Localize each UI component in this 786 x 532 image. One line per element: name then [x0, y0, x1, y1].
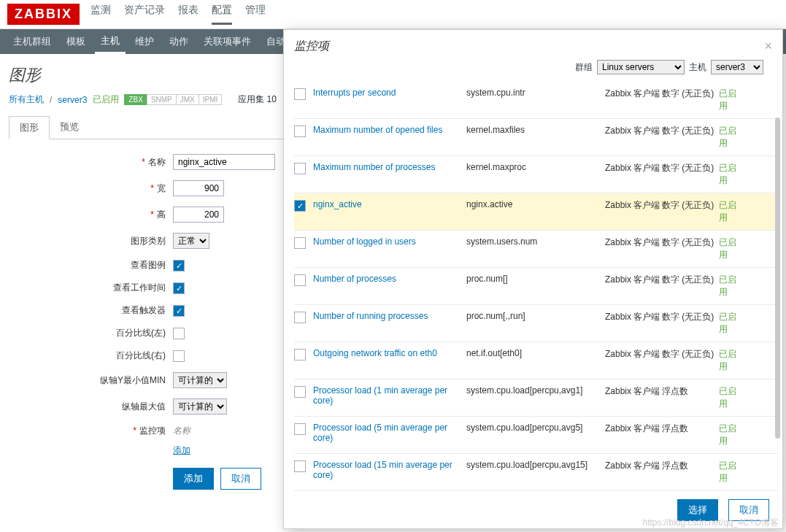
- name-input[interactable]: [173, 154, 275, 170]
- table-row[interactable]: Number of logged in userssystem.users.nu…: [294, 231, 778, 268]
- item-name[interactable]: nginx_active: [313, 199, 466, 209]
- row-checkbox[interactable]: [294, 126, 306, 137]
- row-checkbox[interactable]: [294, 312, 306, 323]
- item-status[interactable]: 已启用: [719, 423, 744, 447]
- table-row[interactable]: Number of processesproc.num[]Zabbix 客户端数…: [294, 268, 778, 305]
- height-input[interactable]: [173, 207, 224, 223]
- interface-tag: SNMP: [147, 94, 177, 105]
- breadcrumb-all-hosts[interactable]: 所有主机: [9, 93, 44, 106]
- table-row[interactable]: Processor load (1 min average per core)s…: [294, 379, 778, 417]
- item-type: Zabbix 客户端: [605, 348, 662, 361]
- topnav-item[interactable]: 配置: [212, 4, 232, 25]
- item-status[interactable]: 已启用: [719, 162, 744, 187]
- item-name[interactable]: Outgoing network traffic on eth0: [313, 348, 466, 358]
- modal-select-button[interactable]: 选择: [677, 499, 718, 521]
- modal-cancel-button[interactable]: 取消: [728, 499, 769, 521]
- row-checkbox[interactable]: ✓: [294, 200, 306, 212]
- group-filter-select[interactable]: Linux servers: [597, 60, 685, 74]
- breadcrumb-enabled: 已启用: [93, 93, 119, 106]
- row-checkbox[interactable]: [294, 237, 306, 249]
- row-checkbox[interactable]: [294, 423, 306, 435]
- ymin-select[interactable]: 可计算的: [173, 372, 227, 388]
- item-name[interactable]: Interrupts per second: [313, 88, 466, 98]
- item-value-type: 数字 (无正负): [662, 125, 719, 137]
- form-add-button[interactable]: 添加: [173, 468, 214, 490]
- item-name[interactable]: Processor load (5 min average per core): [313, 423, 466, 443]
- row-checkbox[interactable]: [294, 163, 306, 174]
- item-status[interactable]: 已启用: [719, 385, 744, 410]
- item-name[interactable]: Number of processes: [313, 274, 466, 284]
- item-status[interactable]: 已启用: [719, 274, 744, 298]
- item-status[interactable]: 已启用: [719, 88, 744, 112]
- modal-title: 监控项: [294, 39, 329, 54]
- host-filter-select[interactable]: server3: [711, 60, 763, 74]
- item-value-type: 浮点数: [662, 423, 719, 435]
- item-status[interactable]: 已启用: [719, 199, 744, 224]
- table-row[interactable]: Processor load (15 min average per core)…: [294, 454, 778, 491]
- table-row[interactable]: Outgoing network traffic on eth0net.if.o…: [294, 342, 778, 379]
- scrollbar-thumb[interactable]: [775, 117, 780, 439]
- row-checkbox[interactable]: [294, 460, 306, 472]
- topnav-item[interactable]: 监测: [90, 4, 111, 25]
- item-value-type: 浮点数: [662, 385, 719, 398]
- item-status[interactable]: 已启用: [719, 311, 744, 336]
- item-type: Zabbix 客户端: [605, 162, 662, 174]
- top-bar: ZABBIX 监测资产记录报表配置管理: [0, 0, 786, 29]
- pct-right-checkbox[interactable]: [173, 350, 185, 362]
- subnav-item[interactable]: 维护: [129, 29, 160, 54]
- subnav-item[interactable]: 主机群组: [7, 29, 57, 54]
- table-row[interactable]: Maximum number of opened fileskernel.max…: [294, 119, 778, 156]
- subnav-item[interactable]: 动作: [163, 29, 194, 54]
- tab-item[interactable]: 预览: [50, 116, 89, 139]
- top-nav: 监测资产记录报表配置管理: [90, 4, 266, 25]
- table-row[interactable]: Interrupts per secondsystem.cpu.intrZabb…: [294, 82, 778, 119]
- item-name[interactable]: Processor load (1 min average per core): [313, 385, 466, 406]
- pct-left-checkbox[interactable]: [173, 328, 185, 339]
- row-checkbox[interactable]: [294, 274, 306, 286]
- table-row[interactable]: Processor load (5 min average per core)s…: [294, 417, 778, 454]
- logo[interactable]: ZABBIX: [7, 4, 80, 25]
- item-name[interactable]: Maximum number of opened files: [313, 125, 466, 135]
- table-row[interactable]: Number of running processesproc.num[,,ru…: [294, 305, 778, 342]
- item-name[interactable]: Maximum number of processes: [313, 162, 466, 172]
- worktime-checkbox[interactable]: ✓: [173, 282, 185, 294]
- item-value-type: 数字 (无正负): [662, 162, 719, 174]
- worktime-label: 查看工作时间: [9, 282, 173, 294]
- width-input[interactable]: [173, 180, 224, 196]
- subnav-item[interactable]: 主机: [95, 29, 126, 54]
- row-checkbox[interactable]: [294, 88, 306, 100]
- name-label: 名称: [148, 157, 166, 167]
- items-add-link[interactable]: 添加: [173, 444, 190, 457]
- item-status[interactable]: 已启用: [719, 125, 744, 150]
- tab-item[interactable]: 图形: [9, 116, 50, 139]
- topnav-item[interactable]: 管理: [245, 4, 266, 25]
- item-value-type: 数字 (无正负): [662, 236, 719, 249]
- topnav-item[interactable]: 资产记录: [124, 4, 165, 25]
- form-cancel-button[interactable]: 取消: [220, 468, 261, 490]
- legend-checkbox[interactable]: ✓: [173, 260, 185, 271]
- topnav-item[interactable]: 报表: [178, 4, 199, 25]
- graph-type-select[interactable]: 正常: [173, 233, 209, 249]
- item-status[interactable]: 已启用: [719, 236, 744, 261]
- item-name[interactable]: Number of logged in users: [313, 236, 466, 247]
- modal-close-icon[interactable]: ×: [764, 39, 772, 54]
- row-checkbox[interactable]: [294, 349, 306, 361]
- item-value-type: 数字 (无正负): [662, 88, 719, 100]
- item-status[interactable]: 已启用: [719, 460, 744, 485]
- height-label: 高: [157, 209, 166, 220]
- table-row[interactable]: Maximum number of processeskernel.maxpro…: [294, 156, 778, 193]
- breadcrumb-host[interactable]: server3: [58, 95, 87, 105]
- item-name[interactable]: Processor load (15 min average per core): [313, 460, 466, 480]
- item-name[interactable]: Number of running processes: [313, 311, 466, 321]
- group-filter-label: 群组: [575, 61, 593, 74]
- row-checkbox[interactable]: [294, 386, 306, 398]
- ymax-select[interactable]: 可计算的: [173, 398, 227, 415]
- subnav-item[interactable]: 模板: [61, 29, 91, 54]
- item-value-type: 数字 (无正负): [662, 348, 719, 361]
- triggers-checkbox[interactable]: ✓: [173, 305, 185, 317]
- appsets-link[interactable]: 应用集 10: [238, 93, 277, 106]
- item-status[interactable]: 已启用: [719, 348, 744, 373]
- subnav-item[interactable]: 关联项事件: [198, 29, 257, 54]
- table-row[interactable]: ✓nginx_activenginx.activeZabbix 客户端数字 (无…: [294, 193, 778, 231]
- item-value-type: 数字 (无正负): [662, 199, 719, 212]
